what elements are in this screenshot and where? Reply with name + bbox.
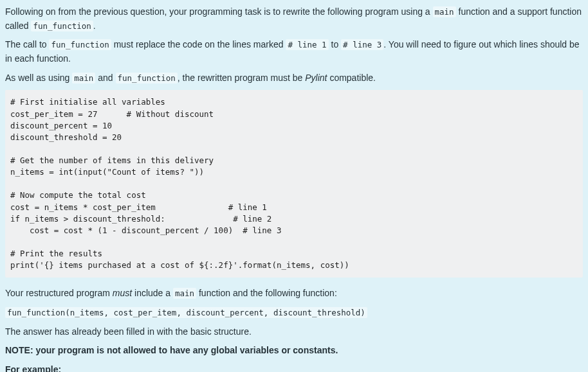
- pylint-label: Pylint: [305, 73, 327, 83]
- paragraph-prefill: The answer has already been filled in wi…: [5, 325, 583, 339]
- text: The call to: [5, 39, 49, 49]
- for-example-label: For example:: [5, 363, 583, 372]
- text: must replace the code on the lines marke…: [111, 39, 286, 49]
- code-block-original: # First initialise all variables cost_pe…: [5, 90, 583, 278]
- text: Following on from the previous question,…: [5, 6, 433, 17]
- note-no-globals: NOTE: your program is not allowed to hav…: [5, 344, 583, 358]
- paragraph-intro-3: As well as using main and fun_function, …: [5, 71, 583, 85]
- function-signature: fun_function(n_items, cost_per_item, dis…: [5, 306, 583, 320]
- code-main: main: [433, 6, 456, 17]
- text: .: [93, 21, 96, 31]
- text: compatible.: [327, 73, 376, 83]
- question-container: Following on from the previous question,…: [0, 0, 588, 372]
- code-fun-function: fun_function: [49, 39, 111, 50]
- text: to: [329, 39, 341, 49]
- code-fun-function: fun_function: [31, 21, 93, 31]
- paragraph-requirement: Your restructured program must include a…: [5, 287, 583, 301]
- code-main: main: [72, 73, 95, 84]
- code-signature: fun_function(n_items, cost_per_item, dis…: [5, 307, 367, 318]
- paragraph-intro-2: The call to fun_function must replace th…: [5, 38, 583, 66]
- text: function and the following function:: [196, 288, 337, 298]
- code-line-1: # line 1: [286, 39, 328, 50]
- code-fun-function: fun_function: [116, 73, 178, 84]
- text: As well as using: [5, 73, 72, 83]
- text: , the rewritten program must be: [178, 73, 305, 83]
- text: Your restructured program: [5, 288, 113, 298]
- text: and: [95, 73, 115, 83]
- emphasis-must: must: [113, 288, 132, 298]
- code-main: main: [173, 288, 196, 299]
- code-line-3: # line 3: [341, 39, 383, 50]
- text: include a: [132, 288, 173, 298]
- paragraph-intro-1: Following on from the previous question,…: [5, 5, 583, 33]
